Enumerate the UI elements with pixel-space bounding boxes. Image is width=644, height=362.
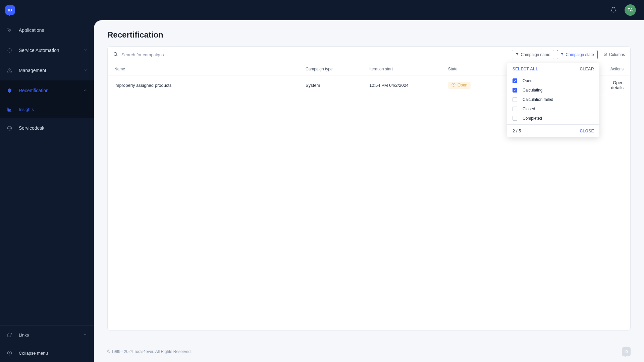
- chevron-down-icon: [83, 333, 87, 338]
- option-label: Calculation failed: [523, 97, 553, 102]
- option-label: Completed: [523, 116, 542, 121]
- clock-icon: [451, 83, 455, 88]
- page-title: Recertification: [107, 30, 631, 40]
- option-label: Closed: [523, 107, 535, 111]
- collapse-icon: [7, 350, 12, 356]
- column-header-name[interactable]: Name: [114, 67, 306, 71]
- external-link-icon: [7, 332, 12, 338]
- sidebar-item-applications[interactable]: Applications: [0, 20, 94, 40]
- cell-iteration: 12:54 PM 04/2/2024: [369, 83, 448, 88]
- checkbox-icon: [513, 88, 517, 93]
- cell-name: Improperly assigned products: [114, 83, 306, 88]
- column-header-type[interactable]: Campaign type: [306, 67, 369, 71]
- column-header-actions: Actions: [606, 67, 624, 71]
- campaign-state-dropdown: SELECT ALL CLEAR Open Calculating: [507, 63, 599, 137]
- svg-point-2: [114, 53, 117, 56]
- copyright-text: © 1999 - 2024 Tools4ever. All Rights Res…: [107, 349, 192, 354]
- sidebar-item-label: Servicedesk: [19, 125, 87, 131]
- state-option-closed[interactable]: Closed: [507, 104, 599, 114]
- checkbox-icon: [513, 78, 517, 83]
- filter-campaign-name-button[interactable]: Campaign name: [512, 50, 554, 59]
- filter-campaign-state-button[interactable]: Campaign state: [557, 50, 598, 59]
- close-dropdown-button[interactable]: CLOSE: [580, 129, 594, 133]
- chevron-down-icon: [83, 68, 87, 73]
- state-option-calculating[interactable]: Calculating: [507, 85, 599, 95]
- sidebar-item-servicedesk[interactable]: Servicedesk: [0, 118, 94, 138]
- chevron-up-icon: [83, 88, 87, 93]
- chevron-down-icon: [83, 48, 87, 53]
- state-option-calculation-failed[interactable]: Calculation failed: [507, 95, 599, 104]
- checkbox-icon: [513, 116, 517, 121]
- footer-logo: ID: [622, 347, 631, 356]
- filter-label: Campaign name: [521, 52, 550, 57]
- sidebar-item-label: Collapse menu: [19, 351, 87, 356]
- columns-label: Columns: [609, 52, 625, 57]
- svg-point-3: [605, 54, 606, 55]
- app-logo[interactable]: ID: [5, 5, 15, 15]
- status-badge: Open: [448, 82, 471, 89]
- filter-label: Campaign state: [566, 52, 594, 57]
- open-details-link[interactable]: Open details: [611, 80, 624, 90]
- sidebar-item-label: Applications: [19, 27, 87, 33]
- sidebar-item-recertification[interactable]: Recertification: [0, 80, 94, 101]
- svg-point-1: [7, 351, 12, 355]
- sidebar-item-service-automation[interactable]: Service Automation: [0, 40, 94, 60]
- chart-icon: [7, 107, 12, 112]
- sidebar: Applications Service Automation Manageme…: [0, 20, 94, 362]
- users-icon: [7, 68, 12, 73]
- sidebar-item-label: Insights: [19, 107, 87, 112]
- columns-button[interactable]: Columns: [600, 50, 625, 59]
- filter-icon: [560, 52, 564, 57]
- state-option-completed[interactable]: Completed: [507, 114, 599, 123]
- column-header-iteration[interactable]: Iteration start: [369, 67, 448, 71]
- option-label: Calculating: [523, 88, 542, 93]
- cell-type: System: [306, 83, 369, 88]
- top-header: ID TA: [0, 0, 644, 20]
- notifications-icon[interactable]: [610, 7, 616, 14]
- search-icon: [113, 52, 118, 58]
- cell-actions: Open details: [606, 80, 624, 90]
- sidebar-item-links[interactable]: Links: [0, 326, 94, 344]
- sidebar-item-label: Management: [19, 68, 76, 73]
- shield-icon: [7, 88, 12, 93]
- option-label: Open: [523, 78, 532, 83]
- filter-count: 2 / 5: [513, 128, 521, 133]
- refresh-icon: [7, 48, 12, 53]
- collapse-menu-button[interactable]: Collapse menu: [0, 344, 94, 362]
- footer: © 1999 - 2024 Tools4ever. All Rights Res…: [94, 341, 644, 362]
- sidebar-item-management[interactable]: Management: [0, 60, 94, 80]
- user-avatar[interactable]: TA: [625, 4, 636, 16]
- sidebar-item-label: Links: [19, 333, 76, 338]
- gear-icon: [604, 52, 607, 57]
- main-content: Recertification Campaign name: [94, 20, 644, 362]
- sidebar-item-insights[interactable]: Insights: [0, 101, 94, 118]
- toolbar: Campaign name Campaign state Columns: [108, 47, 630, 63]
- sidebar-item-label: Service Automation: [19, 48, 76, 53]
- checkbox-icon: [513, 107, 517, 111]
- globe-icon: [7, 125, 12, 131]
- search-input[interactable]: [121, 52, 509, 57]
- sidebar-item-label: Recertification: [19, 88, 76, 93]
- cursor-icon: [7, 27, 12, 33]
- badge-text: Open: [458, 83, 467, 87]
- filter-icon: [516, 52, 519, 57]
- select-all-button[interactable]: SELECT ALL: [513, 67, 538, 71]
- campaigns-card: Campaign name Campaign state Columns: [107, 46, 631, 330]
- clear-button[interactable]: CLEAR: [580, 67, 594, 71]
- state-option-open[interactable]: Open: [507, 76, 599, 85]
- checkbox-icon: [513, 97, 517, 102]
